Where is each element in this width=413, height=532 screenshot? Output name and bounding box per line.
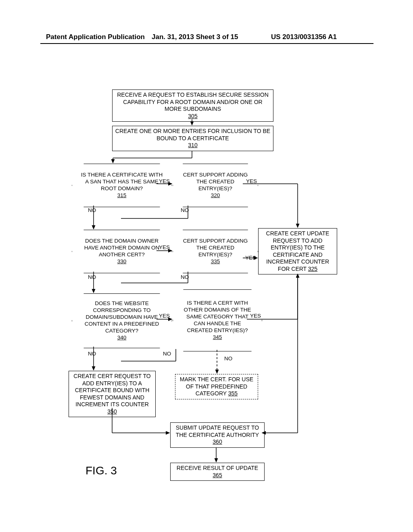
label-yes-315: YES <box>159 178 170 184</box>
hex-345: IS THERE A CERT WITH OTHER DOMAINS OF TH… <box>173 289 262 351</box>
box-305: RECEIVE A REQUEST TO ESTABLISH SECURE SE… <box>112 89 273 122</box>
box-355-text: MARK THE CERT. FOR USE OF THAT PREDEFINE… <box>180 376 253 397</box>
hex-340-text: DOES THE WEBSITE CORRESPONDING TO DOMAIN… <box>85 300 159 334</box>
box-305-ref: 305 <box>188 113 197 119</box>
box-350-ref: 350 <box>107 408 117 415</box>
label-no-315: NO <box>88 207 96 213</box>
hex-330-ref: 330 <box>117 258 127 264</box>
hex-345-ref: 345 <box>213 334 222 340</box>
label-no-345: NO <box>163 351 171 357</box>
label-yes-320: YES <box>246 178 257 184</box>
label-yes-335: YES <box>245 255 256 261</box>
label-no-345b: NO <box>224 355 232 362</box>
box-355: MARK THE CERT. FOR USE OF THAT PREDEFINE… <box>175 374 258 399</box>
box-350: CREATE CERT REQUEST TO ADD ENTRY(IES) TO… <box>69 371 156 417</box>
box-305-text: RECEIVE A REQUEST TO ESTABLISH SECURE SE… <box>117 91 269 112</box>
box-360: SUBMIT UPDATE REQUEST TO THE CERTIFICATE… <box>170 422 265 448</box>
hex-335-ref: 335 <box>211 258 220 264</box>
box-325: CREATE CERT UPDATE REQUEST TO ADD ENTRY(… <box>258 228 337 274</box>
box-365: RECEIVE RESULT OF UPDATE 365 <box>170 463 265 481</box>
label-yes-345: YES <box>250 313 261 319</box>
hex-330-text: DOES THE DOMAIN OWNER HAVE ANOTHER DOMAI… <box>84 238 160 258</box>
label-yes-330: YES <box>159 244 170 250</box>
box-365-text: RECEIVE RESULT OF UPDATE <box>177 465 258 471</box>
header-center: Jan. 31, 2013 Sheet 3 of 15 <box>152 33 238 41</box>
box-355-ref: 355 <box>228 390 238 397</box>
hex-335: CERT SUPPORT ADDING THE CREATED ENTRY(IE… <box>173 230 258 273</box>
hex-345-text: IS THERE A CERT WITH OTHER DOMAINS OF TH… <box>184 300 251 333</box>
box-350-text: CREATE CERT REQUEST TO ADD ENTRY(IES) TO… <box>73 373 150 407</box>
header-rule <box>40 43 373 44</box>
hex-330: DOES THE DOMAIN OWNER HAVE ANOTHER DOMAI… <box>72 230 172 273</box>
hex-315: IS THERE A CERTIFICATE WITH A SAN THAT H… <box>72 164 172 207</box>
label-yes-340: YES <box>159 313 170 319</box>
hex-315-text: IS THERE A CERTIFICATE WITH A SAN THAT H… <box>81 172 163 191</box>
figure-label: FIG. 3 <box>86 464 117 477</box>
hex-335-text: CERT SUPPORT ADDING THE CREATED ENTRY(IE… <box>183 238 248 258</box>
hex-320: CERT SUPPORT ADDING THE CREATED ENTRY(IE… <box>173 164 258 207</box>
page: Patent Application Publication Jan. 31, … <box>0 0 413 532</box>
hex-315-ref: 315 <box>117 192 127 198</box>
box-360-ref: 360 <box>213 438 222 445</box>
box-325-text: CREATE CERT UPDATE REQUEST TO ADD ENTRY(… <box>266 230 330 272</box>
header-left: Patent Application Publication <box>46 33 145 41</box>
box-360-text: SUBMIT UPDATE REQUEST TO THE CERTIFICATE… <box>176 424 259 438</box>
hex-320-ref: 320 <box>211 192 220 198</box>
box-325-ref: 325 <box>308 266 317 272</box>
box-365-ref: 365 <box>213 472 222 478</box>
hex-340-ref: 340 <box>117 335 127 341</box>
header-right: US 2013/0031356 A1 <box>271 33 337 41</box>
label-no-335: NO <box>181 274 189 280</box>
label-no-340: NO <box>88 351 96 357</box>
hex-340: DOES THE WEBSITE CORRESPONDING TO DOMAIN… <box>72 293 172 348</box>
box-310: CREATE ONE OR MORE ENTRIES FOR INCLUSION… <box>112 126 273 151</box>
box-310-ref: 310 <box>188 142 197 148</box>
hex-320-text: CERT SUPPORT ADDING THE CREATED ENTRY(IE… <box>183 172 248 191</box>
label-no-320: NO <box>181 207 189 213</box>
label-no-330: NO <box>88 274 96 280</box>
box-310-text: CREATE ONE OR MORE ENTRIES FOR INCLUSION… <box>115 128 270 141</box>
